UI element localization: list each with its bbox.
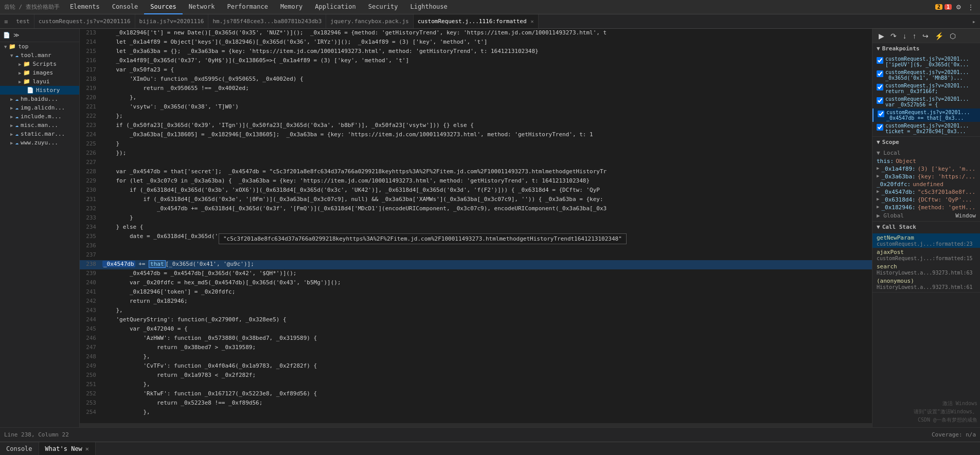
scope-title: Scope <box>882 139 899 145</box>
line-number-229: 229 <box>80 177 100 186</box>
tree-arrow-hm: ▶ <box>10 97 13 102</box>
horizontal-scrollbar[interactable] <box>80 423 872 427</box>
tree-item-scripts[interactable]: ▶ 📁 Scripts <box>0 60 79 68</box>
tab-performance[interactable]: Performance <box>221 0 274 14</box>
call-stack-item-3[interactable]: (anonymous) HistoryLowest.a...93273.html… <box>872 277 980 291</box>
code-line-248: 248 }, <box>80 353 872 362</box>
tree-item-imgalicdn[interactable]: ▶ ☁ img.alicdn... <box>0 103 79 112</box>
call-stack-item-1[interactable]: ajaxPost customRequest.j...:formatted:15 <box>872 248 980 262</box>
file-tab-formatted[interactable]: customRequest.j...1116:formatted ✕ <box>414 14 539 29</box>
call-stack-header[interactable]: ▼ Call Stack <box>872 222 980 232</box>
scope-val-20fdfc: undefined <box>913 181 943 188</box>
file-tab-fancybox[interactable]: jquery.fancybox.pack.js <box>326 14 413 29</box>
tab-network[interactable]: Network <box>183 0 221 14</box>
tree-item-toolmanr[interactable]: ▼ ☁ tool.manr <box>0 51 79 60</box>
close-tab-icon[interactable]: ✕ <box>531 19 534 24</box>
line-number-221: 221 <box>80 103 100 112</box>
close-whats-new-icon[interactable]: ✕ <box>85 445 89 452</box>
tree-item-top[interactable]: ▼ 📁 top <box>0 42 79 51</box>
scope-arrow-icon: ▼ <box>877 139 880 145</box>
step-out-button[interactable]: ↑ <box>911 31 918 41</box>
call-stack-item-2[interactable]: search HistoryLowest.a...93273.html:63 <box>872 262 980 277</box>
tree-item-wwwzuyu[interactable]: ▶ ☁ www.zuyu... <box>0 138 79 147</box>
bp-checkbox-3[interactable] <box>877 97 883 104</box>
coverage-status: Coverage: n/a <box>932 431 976 438</box>
scope-this[interactable]: this: Object <box>872 157 980 165</box>
line-content-218: 'XImOu': function _0xd5995c(_0x950655, _… <box>100 75 872 84</box>
scope-header[interactable]: ▼ Scope <box>872 137 980 148</box>
bp-checkbox-2[interactable] <box>877 84 883 90</box>
tab-elements[interactable]: Elements <box>64 0 106 14</box>
tree-item-static[interactable]: ▶ ☁ static.mar... <box>0 130 79 138</box>
scope-key-1a4f89: _0x1a4f89: <box>881 166 915 172</box>
step-button[interactable]: ↪ <box>920 31 931 41</box>
scope-1a4f89[interactable]: ▶ _0x1a4f89: (3) ['key', 'm... <box>872 165 980 173</box>
call-stack-fn-1: ajaxPost <box>877 249 976 256</box>
file-tab-hm[interactable]: hm.js?85f48cee3...ba80781b243db3 <box>208 14 326 29</box>
line-number-239: 239 <box>80 269 100 279</box>
bp-checkbox-4[interactable] <box>878 111 884 117</box>
tab-lighthouse[interactable]: Lighthouse <box>404 0 454 14</box>
more-button[interactable]: ⋮ <box>966 3 976 12</box>
scope-global-header: ▶ Global Window <box>872 211 980 220</box>
scope-local-arrow: ▼ <box>877 150 880 156</box>
scope-182946[interactable]: ▶ _0x182946: {method: 'getH... <box>872 204 980 211</box>
tab-sources[interactable]: Sources <box>144 0 183 14</box>
sidebar-new-file[interactable]: 📄 <box>2 31 11 40</box>
pause-on-exceptions-button[interactable]: ⬡ <box>948 31 958 41</box>
file-tabs-left-arrow[interactable]: ≡ <box>2 18 10 25</box>
code-line-254: 254 }, <box>80 408 872 417</box>
step-over-button[interactable]: ↷ <box>888 31 899 41</box>
scope-20fdfc[interactable]: _0x20fdfc: undefined <box>872 180 980 188</box>
call-stack-file-2: HistoryLowest.a...93273.html:63 <box>877 270 976 276</box>
call-stack-item-0[interactable]: getNewParam customRequest.j...:formatted… <box>872 233 980 248</box>
line-number-244: 244 <box>80 316 100 325</box>
step-into-button[interactable]: ↓ <box>901 31 908 41</box>
scope-6318d4[interactable]: ▶ _0x6318d4: {DCftw: 'QyP'... <box>872 196 980 204</box>
scope-4547db[interactable]: ▶ _0x4547db: "c5c3f201a8e8f... <box>872 188 980 196</box>
code-line-246: 246 'AzHWW': function _0x573880(_0x38bed… <box>80 334 872 343</box>
deactivate-bp-button[interactable]: ⚡ <box>933 31 946 41</box>
console-tab[interactable]: Console <box>0 442 39 456</box>
tab-console[interactable]: Console <box>106 0 145 14</box>
settings-button[interactable]: ⚙ <box>954 3 964 12</box>
tree-item-images[interactable]: ▶ 📁 images <box>0 68 79 77</box>
tree-item-hm[interactable]: ▶ ☁ hm.baidu... <box>0 95 79 103</box>
line-content-225: } <box>100 140 872 149</box>
resume-button[interactable]: ▶ <box>877 31 886 41</box>
tree-item-history[interactable]: 📄 History <box>0 86 79 95</box>
tree-arrow-include: ▶ <box>10 114 13 119</box>
call-stack-section: ▼ Call Stack getNewParam customRequest.j… <box>872 222 980 293</box>
line-number-238: 238 <box>80 260 100 269</box>
sidebar-collapse[interactable]: ≫ <box>12 31 21 40</box>
tab-memory[interactable]: Memory <box>274 0 309 14</box>
line-content-233: } <box>100 214 872 223</box>
code-line-247: 247 return _0x38bed7 > _0x319589; <box>80 343 872 353</box>
breakpoints-title: Breakpoints <box>882 45 920 52</box>
line-content-239: _0x4547db = _0x4547db[_0x365d('0x42', '$… <box>100 269 872 279</box>
console-tabs-bar: Console What's New ✕ <box>0 442 980 455</box>
tab-application[interactable]: Application <box>309 0 362 14</box>
bp-text-5: customRequest.js?v=20201...ticket = _0x2… <box>885 123 969 134</box>
tree-item-include[interactable]: ▶ ☁ include.m... <box>0 112 79 121</box>
bp-checkbox-0[interactable] <box>877 57 883 64</box>
scope-3a63ba[interactable]: ▶ _0x3a63ba: {key: 'https:/... <box>872 173 980 180</box>
bp-checkbox-5[interactable] <box>877 124 883 131</box>
file-tabs-right-arrow[interactable]: ▸ <box>968 18 980 25</box>
breakpoints-header[interactable]: ▼ Breakpoints <box>872 43 980 54</box>
tab-security[interactable]: Security <box>362 0 404 14</box>
file-tab-test[interactable]: test <box>12 14 34 29</box>
bp-checkbox-1[interactable] <box>877 70 883 77</box>
code-content[interactable]: 213 _0x182946['t'] = new Date()[_0x365d(… <box>80 29 872 423</box>
tree-icon-cloud-misc: ☁ <box>15 122 19 129</box>
tree-item-layui[interactable]: ▶ 📁 layui <box>0 77 79 86</box>
file-tab-customrequest[interactable]: customRequest.js?v=20201116 <box>34 14 135 29</box>
code-line-229: 229 for (let _0x3c07c9 in _0x3a63ba) { _… <box>80 177 872 186</box>
line-content-214: let _0x1a4f89 = Object['keys'](_0x182946… <box>100 38 872 47</box>
file-tab-bijia[interactable]: bijia.js?v=20201116 <box>135 14 209 29</box>
tree-arrow-imgalicdn: ▶ <box>10 105 13 111</box>
line-content-220: }, <box>100 94 872 103</box>
scope-expand-4547db: ▶ <box>877 189 879 195</box>
whats-new-tab[interactable]: What's New ✕ <box>39 442 96 456</box>
tree-item-misc[interactable]: ▶ ☁ misc.man... <box>0 121 79 130</box>
